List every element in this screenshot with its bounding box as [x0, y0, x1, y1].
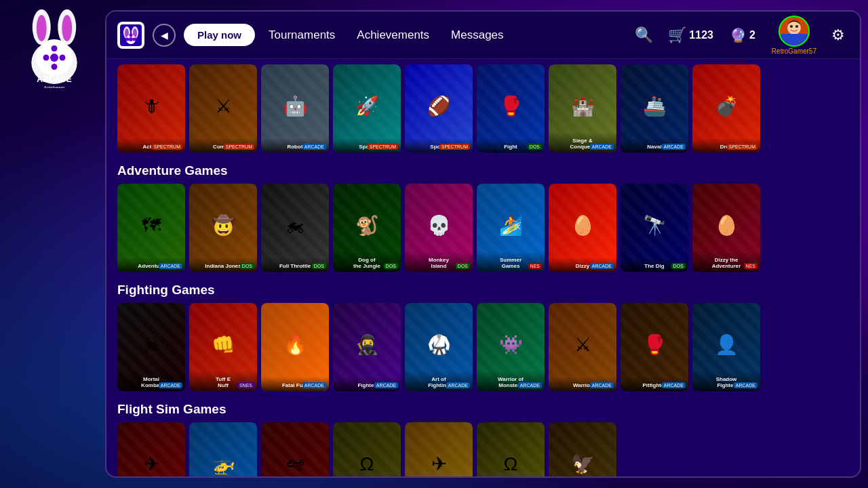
game-icon-f9: 👤 [715, 333, 738, 356]
game-card-g9[interactable]: 💣DropSPECTRUM [692, 64, 760, 152]
game-card-f4[interactable]: 🥷FighterARCADE [333, 303, 401, 391]
game-card-inner-s6: ΩOmega RunARCADE [477, 422, 545, 476]
game-card-inner-g5: 🏈SportsSPECTRUM [405, 64, 473, 152]
game-icon-s1: ✈ [144, 453, 159, 475]
game-icon-g5: 🏈 [427, 95, 451, 117]
game-badge-a9: NES [744, 263, 757, 269]
game-card-a6[interactable]: 🏄Summer GamesNES [477, 184, 545, 272]
game-card-g7[interactable]: 🏰Siege & ConquestARCADE [549, 64, 616, 152]
game-card-inner-s3: 🛩Hellfire AttackARCADE [261, 422, 329, 476]
game-card-g5[interactable]: 🏈SportsSPECTRUM [405, 64, 473, 152]
search-button[interactable]: 🔍 [631, 22, 657, 48]
game-card-inner-a8: 🔭The DigDOS [620, 184, 688, 272]
svg-text:ARCADE: ARCADE [37, 75, 71, 84]
cart-area[interactable]: 🛒 1123 [668, 26, 713, 44]
game-card-s1[interactable]: ✈Hellfire AttackARCADE [117, 422, 185, 476]
game-card-s3[interactable]: 🛩Hellfire AttackARCADE [261, 422, 329, 476]
games-grid-adventure: 🗺AdventureARCADE🤠Indiana JonesDOS🏍Full T… [117, 184, 849, 272]
play-now-button[interactable]: Play now [184, 24, 255, 46]
achievements-link[interactable]: Achievements [349, 23, 437, 47]
avatar-name: RetroGamer57 [772, 47, 816, 55]
settings-button[interactable]: ⚙ [827, 22, 849, 48]
games-grid-top-row: 🗡ActionSPECTRUM⚔CombatSPECTRUM🤖RobotARCA… [117, 64, 849, 152]
avatar-area[interactable]: RetroGamer57 [772, 16, 816, 55]
game-card-inner-f1: ☠Mortal KombatARCADE [117, 303, 185, 391]
game-icon-g2: ⚔ [215, 95, 232, 117]
game-card-g6[interactable]: 🥊FightDOS [477, 64, 545, 152]
game-badge-a7: ARCADE [590, 263, 614, 269]
game-icon-s2: 🚁 [212, 453, 235, 475]
game-card-g4[interactable]: 🚀SpaceSPECTRUM [333, 64, 401, 152]
game-card-a9[interactable]: 🥚Dizzy the AdventurerNES [692, 184, 760, 272]
game-card-a7[interactable]: 🥚DizzyARCADE [549, 184, 616, 272]
game-card-f9[interactable]: 👤Shadow FighterARCADE [692, 303, 760, 391]
game-badge-g4: SPECTRUM [368, 144, 398, 150]
game-badge-f1: ARCADE [159, 382, 182, 388]
content-area[interactable]: 🗡ActionSPECTRUM⚔CombatSPECTRUM🤖RobotARCA… [106, 59, 860, 476]
game-card-inner-a5: 💀Monkey IslandDOS [405, 184, 473, 272]
game-card-a2[interactable]: 🤠Indiana JonesDOS [189, 184, 257, 272]
tournaments-link[interactable]: Tournaments [260, 23, 343, 47]
section-label-fighting: Fighting Games [117, 283, 849, 298]
game-card-inner-a3: 🏍Full ThrottleDOS [261, 184, 329, 272]
section-flightsim: Flight Sim Games✈Hellfire AttackARCADE🚁P… [117, 402, 849, 476]
svg-point-22 [133, 37, 136, 41]
back-button[interactable]: ◀ [153, 24, 176, 47]
game-icon-a6: 🏄 [499, 214, 523, 237]
game-card-inner-g7: 🏰Siege & ConquestARCADE [549, 64, 616, 152]
game-card-g2[interactable]: ⚔CombatSPECTRUM [189, 64, 257, 152]
game-badge-g9: SPECTRUM [727, 144, 757, 150]
game-card-a3[interactable]: 🏍Full ThrottleDOS [261, 184, 329, 272]
games-grid-fighting: ☠Mortal KombatARCADE👊Tuff E NuffSNES🔥Fat… [117, 303, 849, 391]
game-card-f5[interactable]: 🥋Art of FightingARCADE [405, 303, 473, 391]
game-badge-f9: ARCADE [734, 382, 757, 388]
game-icon-f3: 🔥 [283, 333, 307, 356]
game-badge-a4: DOS [384, 263, 398, 269]
game-card-f2[interactable]: 👊Tuff E NuffSNES [189, 303, 257, 391]
game-icon-f8: 🥊 [643, 333, 667, 356]
game-icon-f1: ☠ [143, 333, 160, 356]
game-card-s2[interactable]: 🚁PlaneARCADE [189, 422, 257, 476]
game-card-f6[interactable]: 👾Warrior of MonstersARCADE [477, 303, 545, 391]
section-top-row: 🗡ActionSPECTRUM⚔CombatSPECTRUM🤖RobotARCA… [117, 64, 849, 152]
section-label-flightsim: Flight Sim Games [117, 402, 849, 417]
gem-icon: 🔮 [730, 27, 747, 43]
game-card-inner-g9: 💣DropSPECTRUM [692, 64, 760, 152]
svg-rect-27 [780, 34, 808, 45]
game-badge-g5: SPECTRUM [439, 144, 470, 150]
game-card-f1[interactable]: ☠Mortal KombatARCADE [117, 303, 185, 391]
messages-link[interactable]: Messages [443, 23, 511, 47]
game-icon-g3: 🤖 [283, 95, 307, 117]
game-card-inner-s4: ΩOmega RunARCADE [333, 422, 401, 476]
game-icon-f6: 👾 [499, 333, 523, 356]
game-card-f7[interactable]: ⚔WarriorARCADE [549, 303, 616, 391]
game-card-inner-f4: 🥷FighterARCADE [333, 303, 401, 391]
game-icon-g6: 🥊 [499, 95, 523, 117]
game-card-s6[interactable]: ΩOmega RunARCADE [477, 422, 545, 476]
game-card-inner-a1: 🗺AdventureARCADE [117, 184, 185, 272]
game-card-a8[interactable]: 🔭The DigDOS [620, 184, 688, 272]
game-card-f8[interactable]: 🥊PitfighterARCADE [620, 303, 688, 391]
game-badge-f7: ARCADE [590, 382, 614, 388]
game-icon-f5: 🥋 [427, 333, 451, 356]
game-card-s4[interactable]: ΩOmega RunARCADE [333, 422, 401, 476]
section-adventure: Adventure Games🗺AdventureARCADE🤠Indiana … [117, 163, 849, 272]
game-card-f3[interactable]: 🔥Fatal FuryARCADE [261, 303, 329, 391]
game-card-a1[interactable]: 🗺AdventureARCADE [117, 184, 185, 272]
game-card-inner-s2: 🚁PlaneARCADE [189, 422, 257, 476]
game-card-g3[interactable]: 🤖RobotARCADE [261, 64, 329, 152]
game-icon-f7: ⚔ [574, 333, 591, 356]
game-card-a4[interactable]: 🐒Dog of the JungleDOS [333, 184, 401, 272]
game-card-g1[interactable]: 🗡ActionSPECTRUM [117, 64, 185, 152]
game-card-inner-f2: 👊Tuff E NuffSNES [189, 303, 257, 391]
svg-point-2 [37, 15, 47, 41]
game-card-inner-s5: ✈UnlimitedARCADE [405, 422, 473, 476]
game-card-s5[interactable]: ✈UnlimitedARCADE [405, 422, 473, 476]
game-icon-s6: Ω [504, 453, 518, 475]
game-card-s7[interactable]: 🦅OperationARCADE [549, 422, 616, 476]
game-badge-f2: SNES [237, 382, 254, 388]
game-card-a5[interactable]: 💀Monkey IslandDOS [405, 184, 473, 272]
game-icon-s5: ✈ [431, 453, 447, 475]
game-card-g8[interactable]: 🚢NavalARCADE [620, 64, 688, 152]
nav-logo [117, 22, 144, 49]
